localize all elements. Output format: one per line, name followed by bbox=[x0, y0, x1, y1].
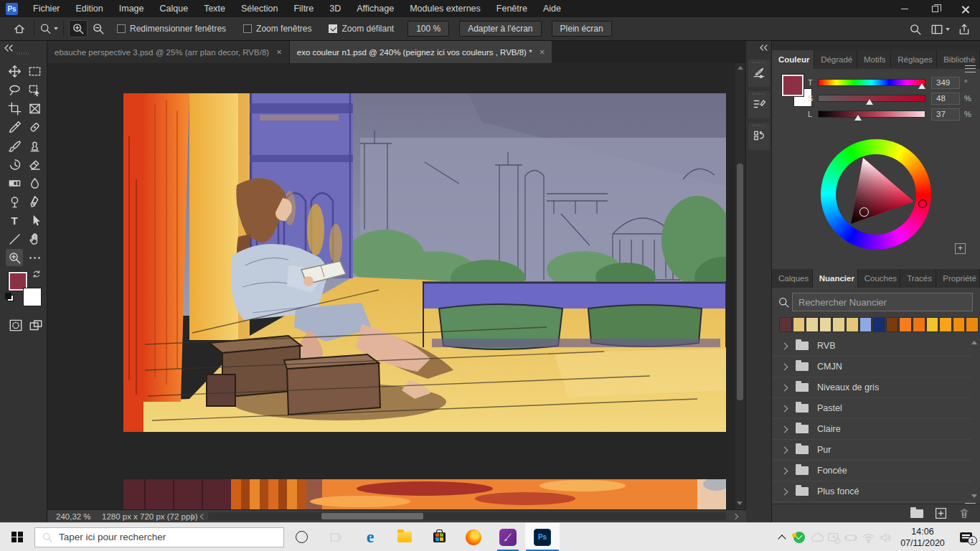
swatch[interactable] bbox=[953, 317, 966, 332]
panel-menu-icon[interactable] bbox=[965, 65, 976, 72]
gradient-tool[interactable] bbox=[6, 174, 23, 192]
swatch[interactable] bbox=[886, 317, 899, 332]
new-swatch-button[interactable] bbox=[935, 507, 947, 519]
hue-ring-marker[interactable] bbox=[918, 199, 927, 208]
crop-tool[interactable] bbox=[6, 100, 23, 117]
taskbar-store[interactable] bbox=[422, 523, 456, 551]
new-group-button[interactable] bbox=[910, 509, 923, 518]
swatch[interactable] bbox=[926, 317, 939, 332]
tab-motifs[interactable]: Motifs bbox=[857, 50, 891, 69]
clone-stamp-tool[interactable] bbox=[26, 137, 43, 154]
swatch-group-claire[interactable]: Claire bbox=[772, 419, 971, 440]
tab-couleur[interactable]: Couleur bbox=[772, 50, 814, 69]
swatch[interactable] bbox=[819, 317, 832, 332]
cortana-button[interactable] bbox=[284, 523, 319, 551]
marquee-tool[interactable] bbox=[26, 62, 43, 80]
swatch[interactable] bbox=[846, 317, 859, 332]
tray-wifi[interactable] bbox=[859, 523, 877, 551]
zoom-100-button[interactable]: 100 % bbox=[407, 21, 449, 37]
chevron-right-icon[interactable] bbox=[781, 363, 788, 370]
swatch-group-foncee[interactable]: Foncée bbox=[772, 461, 971, 481]
hand-tool[interactable] bbox=[26, 230, 43, 248]
taskbar-clock[interactable]: 14:06 07/11/2020 bbox=[894, 526, 951, 550]
taskbar-search-input[interactable] bbox=[59, 532, 260, 542]
lasso-tool[interactable] bbox=[6, 81, 23, 98]
tray-expand-button[interactable] bbox=[773, 523, 791, 551]
saturation-value-field[interactable]: 48 bbox=[931, 93, 960, 105]
path-selection-tool[interactable] bbox=[26, 212, 43, 229]
swatch-group-cmjn[interactable]: CMJN bbox=[772, 357, 971, 377]
lightness-slider-thumb[interactable] bbox=[854, 115, 862, 121]
scroll-right-icon[interactable] bbox=[732, 514, 738, 519]
swatch[interactable] bbox=[966, 317, 979, 332]
doc-tab-ebauche[interactable]: ebauche perspective 3.psd @ 25% (arr pla… bbox=[47, 41, 290, 63]
zoom-level-field[interactable]: 240,32 % bbox=[56, 512, 91, 521]
tray-antivirus[interactable] bbox=[791, 523, 808, 551]
lightness-value-field[interactable]: 37 bbox=[931, 108, 960, 121]
tray-display-alert[interactable] bbox=[825, 523, 842, 551]
swatch-group-rvb[interactable]: RVB bbox=[772, 336, 971, 357]
menu-modules-externes[interactable]: Modules externes bbox=[402, 0, 489, 17]
swatch-group-niveaux-de-gris[interactable]: Niveaux de gris bbox=[772, 377, 971, 398]
menu-calque[interactable]: Calque bbox=[152, 0, 197, 17]
history-brush-tool[interactable] bbox=[6, 156, 23, 173]
minimize-button[interactable] bbox=[890, 0, 920, 17]
menu-filtre[interactable]: Filtre bbox=[286, 0, 321, 17]
dodge-tool[interactable] bbox=[6, 193, 23, 210]
color-triangle[interactable] bbox=[836, 154, 916, 235]
vertical-scrollbar-thumb[interactable] bbox=[737, 164, 743, 400]
collapse-panels-icon[interactable] bbox=[759, 44, 768, 51]
taskbar-photoshop[interactable]: Ps bbox=[525, 523, 560, 551]
eraser-tool[interactable] bbox=[26, 156, 43, 173]
swatch[interactable] bbox=[913, 317, 925, 332]
menu-image[interactable]: Image bbox=[111, 0, 152, 17]
vertical-scrollbar[interactable] bbox=[735, 63, 745, 509]
swatch[interactable] bbox=[832, 317, 845, 332]
edit-toolbar-ellipsis[interactable] bbox=[26, 249, 43, 266]
scroll-down-icon[interactable] bbox=[737, 501, 743, 505]
zoom-tool-preset[interactable] bbox=[39, 20, 58, 37]
chevron-right-icon[interactable] bbox=[781, 425, 788, 433]
history-panel-button[interactable] bbox=[748, 123, 770, 150]
hue-slider[interactable] bbox=[818, 79, 925, 86]
menu-3d[interactable]: 3D bbox=[321, 0, 349, 17]
taskbar-edge[interactable]: e bbox=[353, 523, 387, 551]
taskbar-explorer[interactable] bbox=[387, 523, 422, 551]
horizontal-scrollbar-thumb[interactable] bbox=[321, 513, 423, 519]
tab-nuancier[interactable]: Nuancier bbox=[813, 269, 858, 288]
collapse-panel-icon[interactable] bbox=[4, 44, 14, 52]
task-view-button[interactable] bbox=[319, 523, 353, 551]
chevron-right-icon[interactable] bbox=[781, 467, 788, 474]
tab-degrade[interactable]: Dégradé bbox=[814, 50, 857, 69]
taskbar-firefox[interactable] bbox=[456, 523, 491, 551]
frame-tool[interactable] bbox=[26, 100, 43, 117]
artwork-canvas[interactable] bbox=[123, 93, 726, 432]
panel-scroll-up-icon[interactable] bbox=[971, 338, 977, 347]
menu-edition[interactable]: Edition bbox=[68, 0, 111, 17]
notification-center-button[interactable]: 1 bbox=[951, 523, 980, 551]
restore-button[interactable] bbox=[920, 0, 950, 17]
zoom-tool[interactable] bbox=[6, 249, 23, 266]
horizontal-scrollbar[interactable] bbox=[208, 512, 726, 520]
type-tool[interactable]: T bbox=[6, 212, 23, 229]
swap-colors-icon[interactable] bbox=[32, 269, 42, 279]
tray-volume[interactable] bbox=[877, 523, 894, 551]
panel-scroll-down-icon[interactable] bbox=[971, 491, 977, 501]
panel-drag-handle[interactable] bbox=[17, 52, 30, 55]
tab-calques[interactable]: Calques bbox=[772, 269, 813, 288]
swatch[interactable] bbox=[899, 317, 912, 332]
line-tool[interactable] bbox=[6, 230, 23, 248]
add-swatch-plus-button[interactable]: + bbox=[955, 243, 966, 254]
scroll-up-icon[interactable] bbox=[738, 66, 743, 70]
tab-close-icon[interactable]: × bbox=[276, 47, 282, 57]
zoom-out-button[interactable] bbox=[89, 20, 108, 37]
tab-close-icon[interactable]: × bbox=[540, 47, 545, 57]
screen-mode-button[interactable] bbox=[27, 316, 44, 334]
healing-brush-tool[interactable] bbox=[26, 118, 43, 136]
triangle-marker[interactable] bbox=[859, 207, 869, 217]
full-screen-button[interactable]: Plein écran bbox=[552, 21, 612, 37]
chevron-right-icon[interactable] bbox=[781, 384, 788, 391]
color-wheel[interactable] bbox=[821, 139, 931, 250]
zoom-in-button[interactable] bbox=[69, 20, 88, 37]
saturation-slider-thumb[interactable] bbox=[866, 99, 873, 105]
